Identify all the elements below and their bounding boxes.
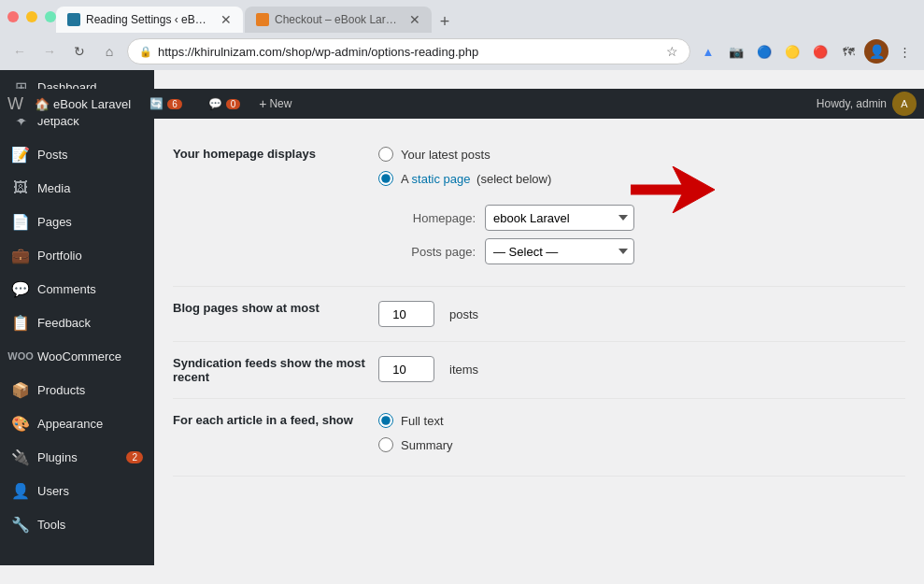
static-page-option-label: A static page (select below) [401, 172, 551, 186]
extension-icon-3[interactable]: 🔴 [808, 39, 832, 64]
sidebar-item-comments[interactable]: 💬 Comments [0, 272, 154, 306]
sidebar-item-portfolio[interactable]: 💼 Portfolio [0, 238, 154, 272]
sidebar-label-posts: Posts [37, 148, 68, 162]
full-text-option[interactable]: Full text [378, 413, 905, 428]
homepage-select[interactable]: ebook Laravel [485, 205, 634, 231]
new-tab-button[interactable]: + [434, 10, 456, 33]
posts-page-select[interactable]: — Select — [485, 238, 634, 264]
tab-close-1[interactable]: ✕ [220, 12, 232, 27]
homepage-select-row: Homepage: ebook Laravel [378, 205, 905, 231]
sidebar-label-products: Products [37, 383, 85, 397]
sidebar-label-plugins: Plugins [37, 450, 78, 464]
sidebar-label-users: Users [37, 484, 69, 498]
new-content-button[interactable]: + New [259, 96, 291, 111]
syndication-input-row: items [378, 356, 905, 382]
latest-posts-option[interactable]: Your latest posts [378, 147, 905, 162]
star-icon[interactable]: ☆ [666, 44, 678, 59]
blog-pages-input[interactable] [378, 301, 434, 327]
updates-count: 6 [167, 99, 182, 109]
static-page-radio[interactable] [378, 171, 393, 186]
latest-posts-radio[interactable] [378, 147, 393, 162]
more-options-icon[interactable]: ⋮ [892, 39, 917, 64]
static-page-container: A static page (select below) [378, 171, 551, 195]
updates-icon: 🔄 [149, 97, 163, 110]
sidebar-item-posts[interactable]: 📝 Posts [0, 137, 154, 171]
summary-radio[interactable] [378, 437, 393, 452]
sidebar-item-feedback[interactable]: 📋 Feedback [0, 306, 154, 339]
howdy-menu[interactable]: Howdy, admin A [817, 92, 917, 116]
feed-content-row: For each article in a feed, show Full te… [173, 399, 905, 477]
browser-toolbar: ▲ 📷 🔵 🟡 🔴 🗺 👤 ⋮ [696, 39, 917, 64]
comments-item[interactable]: 💬 0 [201, 97, 249, 110]
address-bar[interactable]: 🔒 https://khirulnizam.com/shop/wp-admin/… [127, 38, 690, 64]
homepage-row: Your homepage displays Your latest posts… [173, 133, 905, 287]
maximize-window-button[interactable] [45, 11, 56, 22]
homepage-label: Your homepage displays [173, 133, 378, 287]
sidebar-label-pages: Pages [37, 215, 72, 229]
tools-icon: 🔧 [11, 515, 30, 534]
sidebar-item-pages[interactable]: 📄 Pages [0, 205, 154, 238]
appearance-icon: 🎨 [11, 414, 30, 433]
wp-logo[interactable]: W [7, 94, 23, 114]
sidebar-item-users[interactable]: 👤 Users [0, 474, 154, 507]
comments-sidebar-icon: 💬 [11, 279, 30, 298]
forward-button[interactable]: → [37, 39, 62, 64]
sidebar-item-plugins[interactable]: 🔌 Plugins 2 [0, 440, 154, 474]
sidebar-label-comments: Comments [37, 282, 96, 296]
plugins-badge: 2 [126, 451, 143, 463]
sidebar-item-media[interactable]: 🖼 Media [0, 171, 154, 205]
feedback-icon: 📋 [11, 313, 30, 332]
site-name[interactable]: 🏠 eBook Laravel [35, 97, 131, 111]
sidebar-label-feedback: Feedback [37, 316, 91, 330]
feed-content-field: Full text Summary [378, 399, 905, 477]
sidebar-label-appearance: Appearance [37, 417, 103, 431]
woocommerce-icon: WOO [11, 347, 30, 365]
home-button[interactable]: ⌂ [97, 39, 121, 64]
extension-icon-1[interactable]: 🔵 [752, 39, 776, 64]
extension-icon-4[interactable]: 🗺 [836, 39, 860, 64]
posts-icon: 📝 [11, 145, 30, 164]
static-page-link[interactable]: static page [412, 172, 471, 186]
sidebar-label-portfolio: Portfolio [37, 249, 82, 263]
updates-item[interactable]: 🔄 6 [142, 97, 190, 110]
window-controls[interactable] [7, 11, 56, 22]
minimize-window-button[interactable] [26, 11, 37, 22]
admin-bar: W 🏠 eBook Laravel 🔄 6 💬 0 + New Howdy, a… [0, 89, 924, 119]
sidebar-item-tools[interactable]: 🔧 Tools [0, 507, 154, 541]
tab-reading-settings[interactable]: Reading Settings ‹ eBook Laravel ✕ [56, 7, 243, 33]
google-drive-icon[interactable]: ▲ [696, 39, 720, 64]
plus-icon: + [259, 96, 266, 111]
refresh-button[interactable]: ↻ [67, 39, 92, 64]
tab-favicon-1 [67, 13, 80, 26]
summary-label: Summary [401, 438, 453, 452]
portfolio-icon: 💼 [11, 246, 30, 264]
full-text-radio[interactable] [378, 413, 393, 428]
sidebar-label-woocommerce: WooCommerce [37, 349, 121, 363]
address-text: https://khirulnizam.com/shop/wp-admin/op… [158, 45, 661, 59]
extension-icon-2[interactable]: 🟡 [780, 39, 804, 64]
wordpress-wrapper: W 🏠 eBook Laravel 🔄 6 💬 0 + New Howdy, a… [0, 70, 924, 565]
sidebar-item-woocommerce[interactable]: WOO WooCommerce [0, 339, 154, 373]
adminbar-right: Howdy, admin A [817, 92, 917, 116]
sidebar: ⊞ Dashboard ✦ Jetpack 📝 Posts 🖼 Media 📄 … [0, 70, 154, 565]
address-bar-row: ← → ↻ ⌂ 🔒 https://khirulnizam.com/shop/w… [0, 33, 924, 70]
lock-icon: 🔒 [139, 46, 152, 58]
profile-avatar[interactable]: 👤 [864, 39, 888, 64]
media-icon: 🖼 [11, 178, 30, 197]
static-page-option[interactable]: A static page (select below) [378, 171, 551, 186]
close-window-button[interactable] [7, 11, 19, 22]
blog-pages-row: Blog pages show at most posts [173, 287, 905, 342]
sidebar-item-appearance[interactable]: 🎨 Appearance [0, 406, 154, 440]
back-button[interactable]: ← [7, 39, 32, 64]
full-text-label: Full text [401, 414, 444, 428]
syndication-label: Syndication feeds show the most recent [173, 342, 378, 399]
sidebar-item-products[interactable]: 📦 Products [0, 373, 154, 406]
tab-close-2[interactable]: ✕ [409, 12, 420, 27]
camera-icon[interactable]: 📷 [724, 39, 748, 64]
browser-tabs: Reading Settings ‹ eBook Laravel ✕ Check… [56, 0, 917, 33]
posts-page-label: Posts page: [401, 245, 476, 259]
syndication-suffix: items [449, 363, 478, 377]
tab-checkout[interactable]: Checkout – eBook Laravel ✕ [245, 7, 432, 33]
summary-option[interactable]: Summary [378, 437, 905, 452]
syndication-input[interactable] [378, 356, 434, 382]
